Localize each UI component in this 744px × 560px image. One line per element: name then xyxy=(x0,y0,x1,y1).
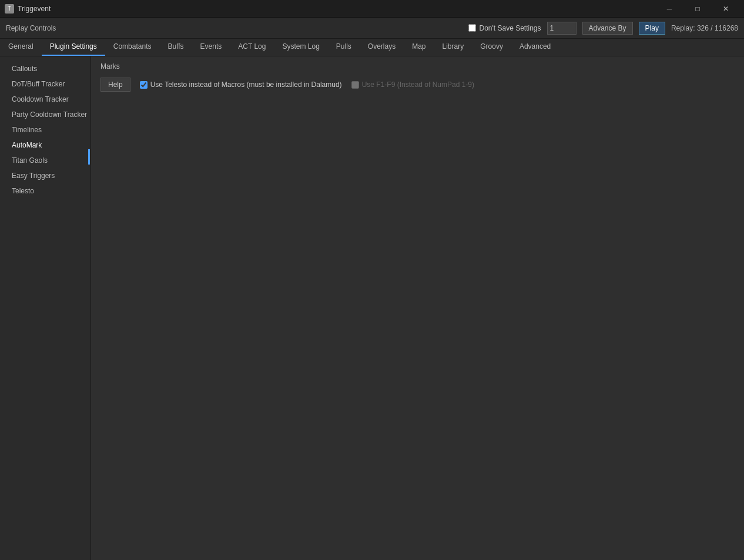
tab-buffs[interactable]: Buffs xyxy=(159,38,192,56)
use-f1f9-checkbox xyxy=(351,81,359,89)
sidebar-item-titan-gaols[interactable]: Titan Gaols xyxy=(0,153,91,168)
tab-plugin-settings[interactable]: Plugin Settings xyxy=(42,38,105,56)
sidebar-item-dot-buff-tracker[interactable]: DoT/Buff Tracker xyxy=(0,76,91,92)
tab-overlays[interactable]: Overlays xyxy=(360,38,404,56)
tab-act-log[interactable]: ACT Log xyxy=(230,38,274,56)
tab-general[interactable]: General xyxy=(0,38,42,56)
use-f1f9-text: Use F1-F9 (Instead of NumPad 1-9) xyxy=(362,81,474,89)
dont-save-container: Don't Save Settings xyxy=(468,24,541,32)
dont-save-checkbox[interactable] xyxy=(468,24,476,32)
tab-pulls[interactable]: Pulls xyxy=(328,38,360,56)
dont-save-label[interactable]: Don't Save Settings xyxy=(479,24,541,32)
advance-by-button[interactable]: Advance By xyxy=(582,22,633,35)
automark-active-indicator xyxy=(88,149,90,165)
titlebar: T Triggevent ─ □ ✕ xyxy=(0,0,744,18)
replay-bar: Replay Controls Don't Save Settings Adva… xyxy=(0,18,744,39)
sidebar-item-automark[interactable]: AutoMark xyxy=(0,138,91,153)
tab-system-log[interactable]: System Log xyxy=(274,38,327,56)
use-f1f9-label: Use F1-F9 (Instead of NumPad 1-9) xyxy=(351,81,474,89)
minimize-button[interactable]: ─ xyxy=(656,0,683,18)
use-telesto-label[interactable]: Use Telesto instead of Macros (must be i… xyxy=(140,81,342,89)
tab-groovy[interactable]: Groovy xyxy=(472,38,511,56)
sidebar-item-easy-triggers[interactable]: Easy Triggers xyxy=(0,168,91,183)
app-icon: T xyxy=(5,4,14,14)
advance-by-input[interactable] xyxy=(547,22,577,35)
maximize-button[interactable]: □ xyxy=(684,0,711,18)
marks-options: Help Use Telesto instead of Macros (must… xyxy=(100,78,735,92)
tab-advanced[interactable]: Advanced xyxy=(511,38,559,56)
main-content: Marks Help Use Telesto instead of Macros… xyxy=(91,56,744,560)
close-button[interactable]: ✕ xyxy=(712,0,739,18)
section-title: Marks xyxy=(100,62,735,71)
sidebar-item-cooldown-tracker[interactable]: Cooldown Tracker xyxy=(0,92,91,107)
tab-library[interactable]: Library xyxy=(434,38,472,56)
sidebar-item-timelines[interactable]: Timelines xyxy=(0,122,91,138)
help-button[interactable]: Help xyxy=(100,78,130,92)
use-telesto-checkbox[interactable] xyxy=(140,81,148,89)
main-tabs: GeneralPlugin SettingsCombatantsBuffsEve… xyxy=(0,39,744,56)
replay-controls-label: Replay Controls xyxy=(6,24,56,32)
titlebar-left: T Triggevent xyxy=(5,4,51,14)
tab-combatants[interactable]: Combatants xyxy=(105,38,160,56)
titlebar-controls: ─ □ ✕ xyxy=(656,0,739,18)
sidebar-item-telesto[interactable]: Telesto xyxy=(0,183,91,199)
titlebar-title: Triggevent xyxy=(18,5,51,13)
play-button[interactable]: Play xyxy=(639,22,665,35)
sidebar-item-callouts[interactable]: Callouts xyxy=(0,61,91,76)
replay-counter: Replay: 326 / 116268 xyxy=(671,24,738,32)
content-area: CalloutsDoT/Buff TrackerCooldown Tracker… xyxy=(0,56,744,560)
use-telesto-text: Use Telesto instead of Macros (must be i… xyxy=(150,81,342,89)
tab-map[interactable]: Map xyxy=(404,38,434,56)
sidebar-item-party-cooldown-tracker[interactable]: Party Cooldown Tracker xyxy=(0,107,91,122)
tab-events[interactable]: Events xyxy=(192,38,230,56)
sidebar: CalloutsDoT/Buff TrackerCooldown Tracker… xyxy=(0,56,91,560)
